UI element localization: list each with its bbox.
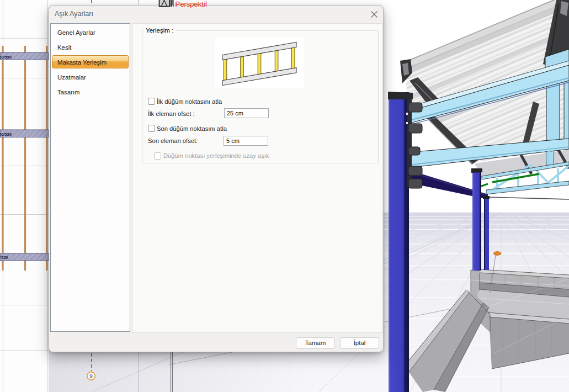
svg-text:9: 9 bbox=[89, 373, 93, 379]
svg-text:50/550: 50/550 bbox=[0, 55, 12, 60]
svg-text:50/550: 50/550 bbox=[0, 132, 12, 137]
svg-text:Y550: Y550 bbox=[0, 255, 8, 260]
svg-text:Perspektif: Perspektif bbox=[176, 0, 208, 8]
